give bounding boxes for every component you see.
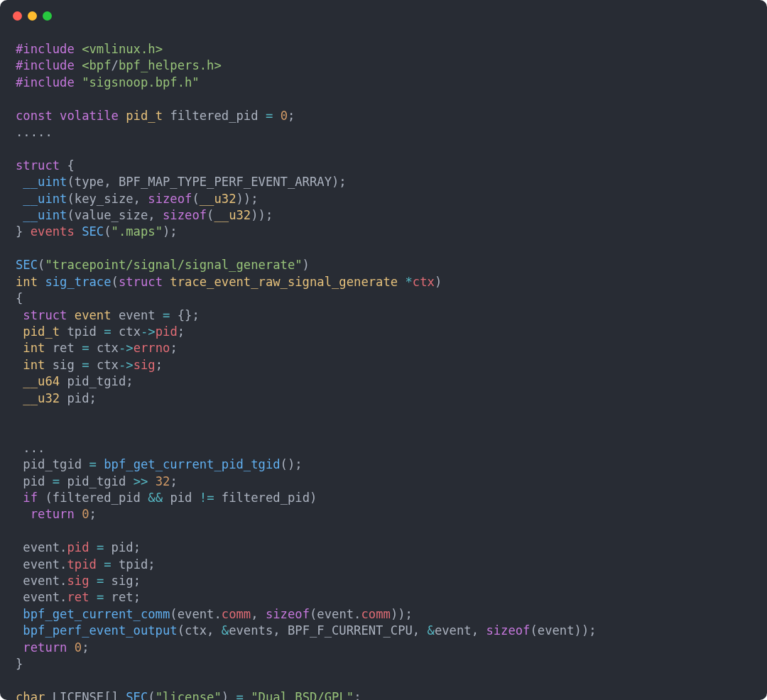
num-zero: 0 (281, 109, 288, 123)
rbrace: } (16, 224, 23, 239)
op-eq: = (266, 109, 273, 123)
kw-volatile: volatile (60, 109, 119, 123)
var-sig: sig (53, 358, 75, 372)
kw-struct: struct (23, 308, 67, 322)
kw-if: if (23, 491, 38, 505)
op-andand: && (148, 491, 163, 505)
ellipsis: ... (23, 441, 45, 455)
var-event: event (119, 308, 156, 322)
empty-init: {} (178, 308, 192, 322)
lbrace: { (67, 158, 74, 173)
include-path: "sigsnoop.bpf.h" (82, 75, 200, 89)
type-u32: __u32 (23, 391, 60, 405)
kw-return: return (31, 507, 75, 521)
fn-sizeof: sizeof (163, 208, 207, 222)
var-pid_tgid: pid_tgid (67, 374, 126, 388)
fld-pid: pid (156, 324, 178, 339)
var-events: events (31, 224, 75, 239)
fld-type: type (75, 175, 104, 189)
str-license: "license" (156, 690, 222, 700)
kw-struct: struct (119, 275, 163, 289)
fld-tpid: tpid (67, 557, 96, 572)
preproc-include: #include (16, 75, 75, 89)
type-u64: __u64 (23, 374, 60, 388)
fn-bpf_perf_event_output: bpf_perf_event_output (23, 623, 177, 638)
var-LICENSE: LICENSE (53, 690, 104, 700)
fld-sig: sig (134, 358, 156, 372)
code-window: #include <vmlinux.h> #include <bpf/bpf_h… (0, 0, 767, 700)
preproc-include: #include (16, 42, 75, 56)
var-pid: pid (67, 391, 89, 405)
type-int: int (23, 358, 45, 372)
lbrace: { (16, 291, 23, 305)
fld-key_size: key_size (75, 192, 134, 206)
type-u32: __u32 (214, 208, 251, 222)
kw-struct: struct (16, 158, 60, 173)
fld-ret: ret (67, 590, 89, 604)
type-pid_t: pid_t (23, 324, 60, 339)
fn-sizeof: sizeof (148, 192, 192, 206)
param-ctx: ctx (413, 275, 435, 289)
str-tracepoint: "tracepoint/signal/signal_generate" (45, 258, 302, 272)
titlebar (0, 0, 767, 31)
minimize-icon[interactable] (28, 11, 37, 21)
const-bpf-f-cpu: BPF_F_CURRENT_CPU (288, 623, 413, 638)
fn-uint: __uint (23, 175, 67, 189)
fn-sig_trace: sig_trace (45, 275, 111, 289)
str-maps: ".maps" (111, 224, 163, 239)
str-dual: "Dual BSD/GPL" (251, 690, 354, 700)
var-filtered_pid: filtered_pid (170, 109, 258, 123)
fn-bpf_get_current_pid_tgid: bpf_get_current_pid_tgid (104, 457, 280, 471)
op-shr: >> (134, 474, 148, 488)
zoom-icon[interactable] (43, 11, 52, 21)
brackets: [] (104, 690, 119, 700)
op-arrow: -> (141, 324, 156, 339)
rbrace: } (16, 657, 23, 671)
kw-const: const (16, 109, 53, 123)
type-trace-event: trace_event_raw_signal_generate (170, 275, 398, 289)
var-tpid: tpid (67, 324, 96, 339)
type-char: char (16, 690, 45, 700)
kw-return: return (23, 640, 67, 655)
include-path: <vmlinux.h> (82, 42, 163, 56)
fld-value_size: value_size (75, 208, 148, 222)
type-int: int (16, 275, 38, 289)
type-event: event (75, 308, 111, 322)
num-32: 32 (156, 474, 170, 488)
fn-uint: __uint (23, 192, 67, 206)
fld-comm: comm (222, 607, 251, 621)
code-content: #include <vmlinux.h> #include <bpf/bpf_h… (0, 31, 767, 700)
var-ctx: ctx (119, 324, 141, 339)
close-icon[interactable] (13, 11, 22, 21)
op-eq: = (163, 308, 170, 322)
include-path: <bpf (82, 58, 111, 72)
fn-bpf_get_current_comm: bpf_get_current_comm (23, 607, 170, 621)
include-path: bpf_helpers.h> (119, 58, 222, 72)
type-pid_t: pid_t (126, 109, 163, 123)
op-star: * (406, 275, 413, 289)
op-amp: & (222, 623, 229, 638)
op-neq: != (200, 491, 214, 505)
fn-SEC: SEC (82, 224, 104, 239)
fn-uint: __uint (23, 208, 67, 222)
fld-errno: errno (134, 341, 170, 355)
fn-SEC: SEC (16, 258, 38, 272)
ellipsis: ..... (16, 125, 53, 139)
type-int: int (23, 341, 45, 355)
const-map-type: BPF_MAP_TYPE_PERF_EVENT_ARRAY (119, 175, 332, 189)
semi: ; (288, 109, 295, 123)
var-ret: ret (53, 341, 75, 355)
preproc-include: #include (16, 58, 75, 72)
slash: / (111, 58, 119, 72)
type-u32: __u32 (200, 192, 236, 206)
